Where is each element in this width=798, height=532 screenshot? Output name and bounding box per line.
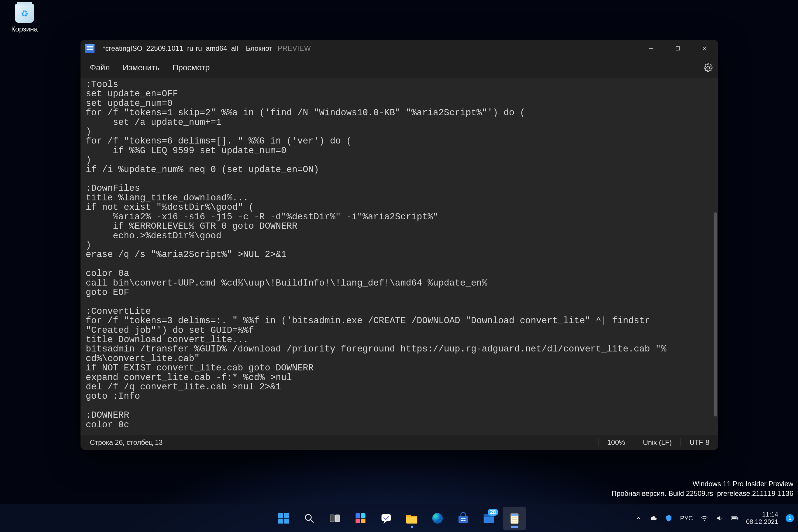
menu-edit[interactable]: Изменить bbox=[117, 60, 165, 75]
battery-tray-icon[interactable] bbox=[731, 514, 739, 522]
svg-rect-22 bbox=[463, 520, 466, 521]
status-encoding[interactable]: UTF-8 bbox=[681, 435, 718, 450]
close-button[interactable] bbox=[691, 40, 718, 57]
svg-rect-5 bbox=[284, 513, 289, 518]
svg-rect-33 bbox=[732, 517, 737, 519]
search-icon bbox=[303, 512, 315, 524]
tray-overflow-button[interactable] bbox=[635, 514, 642, 522]
onedrive-tray-icon[interactable] bbox=[650, 514, 658, 522]
scrollbar-thumb[interactable] bbox=[714, 212, 717, 417]
svg-rect-16 bbox=[381, 514, 391, 521]
widgets-icon bbox=[354, 512, 367, 525]
clock-date: 08.12.2021 bbox=[746, 518, 778, 525]
recycle-bin[interactable]: ♻ Корзина bbox=[7, 4, 42, 33]
notepad-icon bbox=[508, 512, 521, 525]
svg-line-9 bbox=[311, 520, 313, 522]
file-explorer-button[interactable] bbox=[400, 507, 423, 530]
status-zoom[interactable]: 100% bbox=[598, 435, 634, 450]
notepad-taskbar-button[interactable] bbox=[503, 507, 526, 530]
svg-rect-21 bbox=[461, 520, 463, 521]
system-tray: РУС 11:14 08.12.2021 1 bbox=[635, 504, 794, 532]
edge-icon bbox=[431, 512, 444, 525]
notification-center-button[interactable]: 1 bbox=[786, 514, 794, 522]
menu-view[interactable]: Просмотр bbox=[167, 60, 215, 75]
widgets-button[interactable] bbox=[349, 507, 372, 530]
svg-rect-32 bbox=[738, 517, 738, 519]
volume-tray-icon[interactable] bbox=[716, 514, 723, 522]
svg-rect-18 bbox=[458, 516, 468, 523]
defender-tray-icon[interactable] bbox=[665, 514, 672, 522]
shield-icon bbox=[665, 514, 672, 522]
start-icon bbox=[277, 512, 290, 525]
window-title: *creatingISO_22509.1011_ru-ru_amd64_all … bbox=[103, 44, 272, 53]
task-view-button[interactable] bbox=[323, 507, 346, 530]
svg-rect-19 bbox=[461, 518, 463, 519]
minimize-button[interactable] bbox=[638, 40, 664, 57]
vertical-scrollbar[interactable] bbox=[713, 78, 718, 435]
svg-rect-12 bbox=[356, 513, 360, 518]
window-controls bbox=[638, 40, 718, 57]
chat-button[interactable] bbox=[375, 507, 398, 530]
chevron-up-icon bbox=[635, 515, 641, 521]
clock[interactable]: 11:14 08.12.2021 bbox=[746, 511, 778, 525]
watermark-line1: Windows 11 Pro Insider Preview bbox=[612, 479, 793, 489]
clock-time: 11:14 bbox=[746, 511, 778, 518]
gear-icon bbox=[704, 63, 712, 72]
svg-rect-15 bbox=[361, 518, 365, 523]
status-cursor-position: Строка 26, столбец 13 bbox=[80, 435, 171, 450]
volume-icon bbox=[716, 514, 723, 522]
edge-button[interactable] bbox=[426, 507, 449, 530]
calendar-badge: 28 bbox=[488, 509, 498, 516]
menubar: Файл Изменить Просмотр bbox=[80, 57, 718, 78]
cloud-icon bbox=[650, 514, 658, 522]
search-button[interactable] bbox=[298, 507, 321, 530]
taskbar-center: 28 bbox=[272, 507, 526, 530]
start-button[interactable] bbox=[272, 507, 295, 530]
watermark-line2: Пробная версия. Build 22509.rs_prereleas… bbox=[612, 489, 793, 498]
recycle-bin-label: Корзина bbox=[11, 25, 38, 33]
recycle-bin-icon: ♻ bbox=[15, 4, 34, 23]
store-icon bbox=[457, 512, 470, 525]
svg-rect-7 bbox=[284, 518, 289, 524]
chat-icon bbox=[380, 512, 393, 525]
status-line-ending[interactable]: Unix (LF) bbox=[634, 435, 681, 450]
taskbar: 28 РУС bbox=[0, 504, 798, 532]
notepad-window: *creatingISO_22509.1011_ru-ru_amd64_all … bbox=[80, 40, 718, 450]
calendar-app-button[interactable]: 28 bbox=[477, 507, 500, 530]
svg-rect-26 bbox=[511, 514, 518, 516]
svg-rect-1 bbox=[676, 47, 680, 50]
language-indicator[interactable]: РУС bbox=[680, 514, 693, 522]
statusbar: Строка 26, столбец 13 100% Unix (LF) UTF… bbox=[80, 435, 718, 450]
notepad-app-icon bbox=[85, 44, 95, 53]
svg-point-30 bbox=[704, 519, 705, 520]
preview-badge: PREVIEW bbox=[278, 44, 311, 53]
svg-point-17 bbox=[432, 513, 443, 524]
svg-rect-13 bbox=[361, 513, 365, 518]
titlebar[interactable]: *creatingISO_22509.1011_ru-ru_amd64_all … bbox=[80, 40, 718, 57]
task-view-icon bbox=[328, 512, 341, 525]
menu-file[interactable]: Файл bbox=[84, 60, 116, 75]
file-explorer-icon bbox=[405, 512, 419, 525]
editor-area: :Tools set update_en=OFF set update_num=… bbox=[80, 78, 718, 435]
windows-watermark: Windows 11 Pro Insider Preview Пробная в… bbox=[612, 479, 793, 498]
svg-rect-14 bbox=[356, 518, 360, 523]
svg-rect-10 bbox=[330, 515, 334, 522]
battery-icon bbox=[731, 515, 739, 521]
network-tray-icon[interactable] bbox=[701, 514, 708, 522]
svg-rect-6 bbox=[278, 518, 283, 524]
wifi-icon bbox=[701, 514, 708, 522]
svg-rect-11 bbox=[336, 515, 340, 522]
settings-button[interactable] bbox=[702, 61, 715, 74]
store-button[interactable] bbox=[452, 507, 475, 530]
svg-rect-4 bbox=[278, 513, 283, 518]
text-editor[interactable]: :Tools set update_en=OFF set update_num=… bbox=[80, 78, 718, 435]
maximize-button[interactable] bbox=[664, 40, 691, 57]
svg-rect-20 bbox=[463, 518, 466, 519]
